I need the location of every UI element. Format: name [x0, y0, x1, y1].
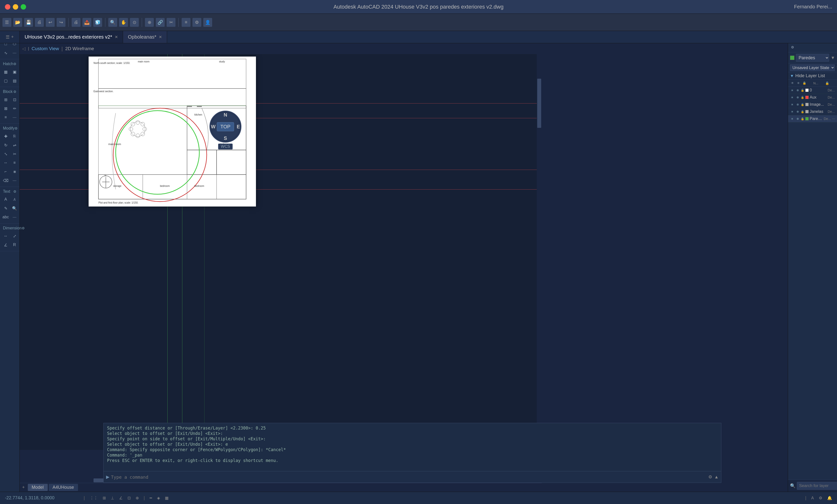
layer-row-janelas[interactable]: ☀ ❄ 🔓 Janelas De...: [788, 108, 837, 115]
hatch-collapse[interactable]: ⚙: [13, 62, 17, 66]
layer-aux-freeze[interactable]: ❄: [796, 96, 800, 99]
spline-tool[interactable]: ∿: [1, 49, 10, 57]
minimize-button[interactable]: [13, 4, 18, 10]
print-icon[interactable]: 🖨: [35, 18, 44, 27]
layer-par-lock[interactable]: 🔓: [801, 117, 804, 120]
selection-icon[interactable]: ▦: [165, 496, 168, 500]
layer-img-lock[interactable]: 🔓: [801, 103, 804, 106]
layer-aux-vis[interactable]: ☀: [790, 96, 795, 99]
edit-text-tool[interactable]: ✎: [1, 204, 10, 212]
grid-icon[interactable]: ⋮⋮: [90, 496, 98, 500]
layer-aux-lock[interactable]: 🔓: [801, 96, 804, 99]
aligned-dim-tool[interactable]: ⤢: [10, 232, 19, 240]
layer-aux-color[interactable]: [805, 96, 809, 99]
layer-jan-vis[interactable]: ☀: [790, 110, 795, 114]
undo-icon[interactable]: ↩: [46, 18, 55, 27]
trim-tool[interactable]: ✂: [10, 150, 19, 158]
region-tool[interactable]: ▤: [10, 76, 19, 85]
insert-icon[interactable]: ⊕: [145, 18, 154, 27]
snap-icon[interactable]: ⊞: [103, 496, 106, 500]
zoom-icon[interactable]: 🔍: [108, 18, 117, 27]
otrack-icon[interactable]: ⊕: [136, 496, 139, 500]
annotate-icon[interactable]: A: [811, 496, 814, 500]
text-collapse[interactable]: ⚙: [13, 190, 17, 193]
layer-img-color[interactable]: [805, 103, 809, 106]
cmd-up-icon[interactable]: ▲: [714, 474, 719, 480]
layer-settings[interactable]: ⚙: [789, 44, 796, 51]
v-scrollbar[interactable]: [537, 54, 542, 478]
block-list-tool[interactable]: ≡: [1, 113, 10, 122]
search-layer-input[interactable]: [797, 482, 837, 490]
layer-row-paredes[interactable]: ☀ ❄ 🔓 Paredes De... —: [788, 115, 837, 123]
v-scrollbar-thumb[interactable]: [537, 79, 541, 128]
layer-img-vis[interactable]: ☀: [790, 103, 795, 107]
dimension-collapse[interactable]: ⚙: [22, 226, 25, 230]
layer-img-freeze[interactable]: ❄: [796, 103, 800, 107]
tab-list-icon[interactable]: ☰: [6, 34, 10, 40]
layer-jan-lock[interactable]: 🔓: [801, 110, 804, 113]
polar-icon[interactable]: ∠: [119, 496, 123, 500]
close-button[interactable]: [5, 4, 10, 10]
command-input[interactable]: [111, 474, 706, 480]
col-visible-icon[interactable]: 👁: [790, 81, 795, 86]
properties-icon[interactable]: ⚙: [193, 18, 201, 27]
text-more[interactable]: ⋯: [10, 213, 19, 221]
breadcrumb-custom-view[interactable]: Custom View: [32, 46, 59, 51]
tab-ops[interactable]: Opboleanas* ✕: [123, 31, 167, 43]
model-tab[interactable]: Model: [28, 484, 48, 491]
layer-state-dropdown[interactable]: Unsaved Layer State: [790, 64, 835, 71]
collab-icon[interactable]: 👤: [203, 18, 212, 27]
compass-top-button[interactable]: TOP: [217, 122, 234, 131]
layer-row-aux[interactable]: ☀ ❄ 🔓 Aux De...: [788, 94, 837, 101]
layer-par-color[interactable]: [805, 117, 809, 120]
osnap-icon[interactable]: ⊡: [127, 496, 131, 500]
draw-more[interactable]: ⋯: [10, 49, 19, 57]
extend-tool[interactable]: ↔: [1, 158, 10, 167]
hide-layer-row[interactable]: ▼ Hide Layer List: [788, 72, 837, 80]
find-tool[interactable]: 🔍: [10, 204, 19, 212]
layer-row-image[interactable]: ☀ ❄ 🔓 Image... De...: [788, 101, 837, 108]
mtext-tool[interactable]: A: [1, 195, 10, 204]
layer-0-freeze[interactable]: ❄: [796, 89, 800, 92]
block-editor-tool[interactable]: ✏: [10, 104, 19, 113]
lineweight-icon[interactable]: ━: [149, 496, 152, 500]
block-more[interactable]: ⋯: [10, 113, 19, 122]
workspace-icon[interactable]: ⚙: [819, 496, 822, 500]
notifications-icon[interactable]: 🔔: [827, 496, 832, 500]
tab-main[interactable]: UHouse V3v2 pos...redes exteriores v2* ✕: [20, 31, 123, 43]
gradient-tool[interactable]: ▣: [10, 68, 19, 76]
layer-par-vis[interactable]: ☀: [790, 117, 795, 121]
breadcrumb-back[interactable]: ◁: [22, 46, 25, 51]
erase-tool[interactable]: ⌫: [1, 176, 10, 185]
layer-par-freeze[interactable]: ❄: [796, 117, 800, 121]
hatch-tool[interactable]: ▦: [1, 68, 10, 76]
breadcrumb-wireframe[interactable]: 2D Wireframe: [65, 46, 94, 51]
offset-tool[interactable]: ≡: [10, 158, 19, 167]
ortho-icon[interactable]: ⊥: [111, 496, 114, 500]
mirror-tool[interactable]: ⇌: [10, 141, 19, 149]
layer-state-arrow[interactable]: ▼: [836, 65, 837, 70]
layer-0-color[interactable]: [805, 89, 809, 92]
stext-tool[interactable]: 𝐴: [10, 195, 19, 204]
layers-icon[interactable]: ≡: [182, 18, 191, 27]
transparency-icon[interactable]: ◈: [157, 496, 160, 500]
new-icon[interactable]: ☰: [2, 18, 11, 27]
modify-collapse[interactable]: ⚙: [15, 126, 18, 130]
radius-dim-tool[interactable]: R: [10, 241, 19, 249]
new-tab-icon[interactable]: +: [11, 34, 14, 40]
plot-icon[interactable]: 🖨: [72, 18, 81, 27]
layer-dropdown-arrow[interactable]: ▼: [831, 55, 835, 60]
orbit-icon[interactable]: ⊙: [130, 18, 139, 27]
fillet-tool[interactable]: ⌐: [1, 167, 10, 176]
define-attr-tool[interactable]: ⊠: [1, 104, 10, 113]
col-lock-icon[interactable]: 🔒: [802, 81, 807, 86]
layer-0-vis[interactable]: ☀: [790, 89, 795, 92]
current-layer-dropdown[interactable]: Paredes 0 Aux Janelas: [796, 54, 829, 62]
spell-tool[interactable]: abc: [1, 213, 10, 221]
view3d-icon[interactable]: 🧊: [93, 18, 102, 27]
modify-more[interactable]: ⋯: [10, 176, 19, 185]
redo-icon[interactable]: ↪: [57, 18, 66, 27]
clip-icon[interactable]: ✂: [166, 18, 176, 27]
layout-tab[interactable]: A4UHouse: [49, 484, 78, 491]
canvas-area[interactable]: North-south section; scale: 1/150. main …: [20, 54, 542, 450]
